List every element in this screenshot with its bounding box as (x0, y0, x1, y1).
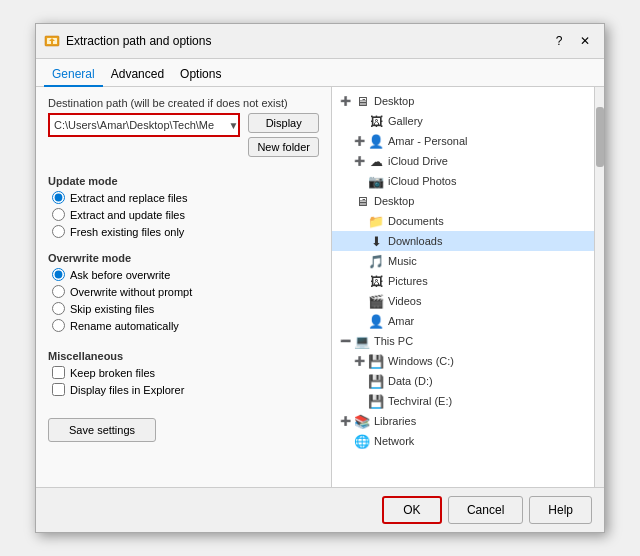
misc-keep-broken[interactable]: Keep broken files (52, 366, 319, 379)
expander-desktop1[interactable]: ➕ (338, 94, 352, 108)
icon-techviral-e: 💾 (368, 393, 384, 409)
icon-music: 🎵 (368, 253, 384, 269)
dialog-body: Destination path (will be created if doe… (36, 87, 604, 487)
right-panel-wrap: ➕ 🖥 Desktop 🖼 Gallery ➕ 👤 Amar - Persona… (332, 87, 604, 487)
overwrite-rename-label: Rename automatically (70, 320, 179, 332)
overwrite-without-prompt-radio[interactable] (52, 285, 65, 298)
update-mode-update-radio[interactable] (52, 208, 65, 221)
scrollbar-thumb[interactable] (596, 107, 604, 167)
tree-item-gallery[interactable]: 🖼 Gallery (332, 111, 594, 131)
update-mode-update-label: Extract and update files (70, 209, 185, 221)
tree-item-libraries[interactable]: ➕ 📚 Libraries (332, 411, 594, 431)
dialog-title: Extraction path and options (66, 34, 548, 48)
menu-general[interactable]: General (44, 63, 103, 87)
misc-display-explorer[interactable]: Display files in Explorer (52, 383, 319, 396)
misc-display-explorer-label: Display files in Explorer (70, 384, 184, 396)
tree-item-icloud-photos[interactable]: 📷 iCloud Photos (332, 171, 594, 191)
overwrite-skip-radio[interactable] (52, 302, 65, 315)
overwrite-ask[interactable]: Ask before overwrite (52, 268, 319, 281)
display-button[interactable]: Display (248, 113, 319, 133)
menu-bar: General Advanced Options (36, 59, 604, 87)
update-mode-update[interactable]: Extract and update files (52, 208, 319, 221)
misc-label: Miscellaneous (48, 350, 319, 362)
misc-display-explorer-check[interactable] (52, 383, 65, 396)
expander-downloads (352, 234, 366, 248)
tree-item-amar[interactable]: 👤 Amar (332, 311, 594, 331)
ok-button[interactable]: OK (382, 496, 442, 524)
icon-network: 🌐 (354, 433, 370, 449)
overwrite-ask-radio[interactable] (52, 268, 65, 281)
label-documents: Documents (388, 215, 444, 227)
overwrite-without-prompt-label: Overwrite without prompt (70, 286, 192, 298)
expander-this-pc[interactable]: ➖ (338, 334, 352, 348)
update-mode-fresh-radio[interactable] (52, 225, 65, 238)
close-title-button[interactable]: ✕ (574, 30, 596, 52)
label-desktop1: Desktop (374, 95, 414, 107)
label-icloud-photos: iCloud Photos (388, 175, 457, 187)
tree-item-data-d[interactable]: 💾 Data (D:) (332, 371, 594, 391)
tree-item-icloud-drive[interactable]: ➕ ☁ iCloud Drive (332, 151, 594, 171)
tree-item-techviral-e[interactable]: 💾 Techviral (E:) (332, 391, 594, 411)
tree-item-desktop1[interactable]: ➕ 🖥 Desktop (332, 91, 594, 111)
help-button[interactable]: Help (529, 496, 592, 524)
tree-item-amar-personal[interactable]: ➕ 👤 Amar - Personal (332, 131, 594, 151)
dest-path-input-wrap: ▼ (48, 113, 240, 137)
icon-downloads: ⬇ (368, 233, 384, 249)
label-libraries: Libraries (374, 415, 416, 427)
expander-libraries[interactable]: ➕ (338, 414, 352, 428)
save-settings-button[interactable]: Save settings (48, 418, 156, 442)
tree-item-this-pc[interactable]: ➖ 💻 This PC (332, 331, 594, 351)
tree-view: ➕ 🖥 Desktop 🖼 Gallery ➕ 👤 Amar - Persona… (332, 87, 594, 487)
tree-item-pictures[interactable]: 🖼 Pictures (332, 271, 594, 291)
new-folder-button[interactable]: New folder (248, 137, 319, 157)
main-dialog: Extraction path and options ? ✕ General … (35, 23, 605, 533)
label-windows-c: Windows (C:) (388, 355, 454, 367)
tree-item-network[interactable]: 🌐 Network (332, 431, 594, 451)
expander-documents (352, 214, 366, 228)
overwrite-rename-radio[interactable] (52, 319, 65, 332)
icon-libraries: 📚 (354, 413, 370, 429)
expander-icloud-drive[interactable]: ➕ (352, 154, 366, 168)
update-mode-fresh[interactable]: Fresh existing files only (52, 225, 319, 238)
icon-documents: 📁 (368, 213, 384, 229)
icon-gallery: 🖼 (368, 113, 384, 129)
dest-path-input[interactable] (48, 113, 240, 137)
update-mode-replace[interactable]: Extract and replace files (52, 191, 319, 204)
scrollbar-track (594, 87, 604, 487)
misc-keep-broken-check[interactable] (52, 366, 65, 379)
tree-item-music[interactable]: 🎵 Music (332, 251, 594, 271)
tree-item-desktop2[interactable]: 🖥 Desktop (332, 191, 594, 211)
icon-this-pc: 💻 (354, 333, 370, 349)
expander-amar-personal[interactable]: ➕ (352, 134, 366, 148)
help-title-button[interactable]: ? (548, 30, 570, 52)
label-icloud-drive: iCloud Drive (388, 155, 448, 167)
misc-keep-broken-label: Keep broken files (70, 367, 155, 379)
dest-path-dropdown-icon[interactable]: ▼ (229, 120, 239, 131)
icon-windows-c: 💾 (368, 353, 384, 369)
tree-item-documents[interactable]: 📁 Documents (332, 211, 594, 231)
expander-amar (352, 314, 366, 328)
expander-videos (352, 294, 366, 308)
tree-item-windows-c[interactable]: ➕ 💾 Windows (C:) (332, 351, 594, 371)
overwrite-without-prompt[interactable]: Overwrite without prompt (52, 285, 319, 298)
right-panel: ➕ 🖥 Desktop 🖼 Gallery ➕ 👤 Amar - Persona… (331, 87, 604, 487)
update-mode-replace-radio[interactable] (52, 191, 65, 204)
expander-techviral-e (352, 394, 366, 408)
menu-advanced[interactable]: Advanced (103, 63, 172, 87)
expander-network (338, 434, 352, 448)
expander-windows-c[interactable]: ➕ (352, 354, 366, 368)
overwrite-skip[interactable]: Skip existing files (52, 302, 319, 315)
label-downloads: Downloads (388, 235, 442, 247)
top-buttons: Display New folder (248, 113, 319, 157)
label-amar: Amar (388, 315, 414, 327)
menu-options[interactable]: Options (172, 63, 229, 87)
expander-pictures (352, 274, 366, 288)
expander-music (352, 254, 366, 268)
label-desktop2: Desktop (374, 195, 414, 207)
tree-item-downloads[interactable]: ⬇ Downloads (332, 231, 594, 251)
cancel-button[interactable]: Cancel (448, 496, 523, 524)
label-music: Music (388, 255, 417, 267)
overwrite-rename[interactable]: Rename automatically (52, 319, 319, 332)
label-techviral-e: Techviral (E:) (388, 395, 452, 407)
tree-item-videos[interactable]: 🎬 Videos (332, 291, 594, 311)
